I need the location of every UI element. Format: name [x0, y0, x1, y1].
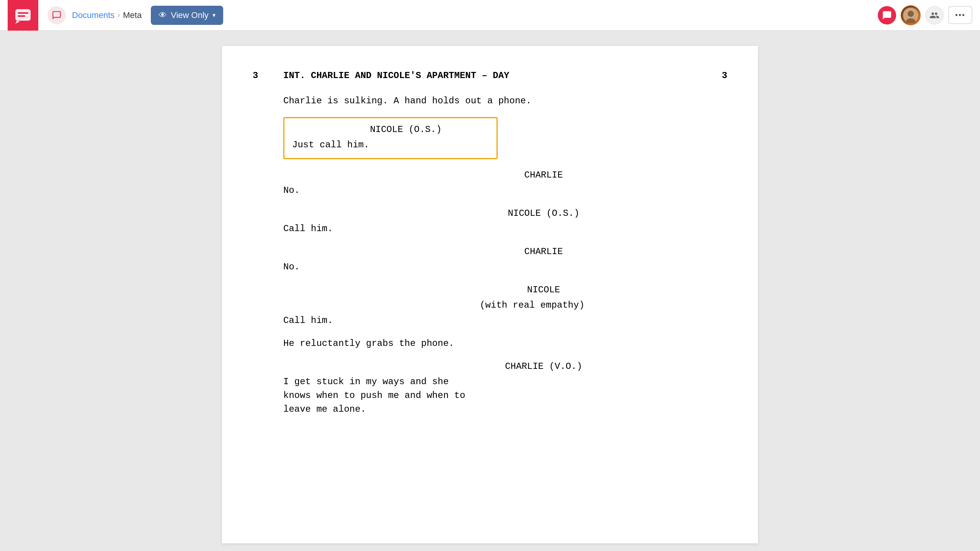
action-text-2: He reluctantly grabs the phone.	[283, 338, 454, 349]
breadcrumb-chevron-icon: ›	[118, 11, 120, 19]
scene-number-right: 3	[704, 69, 727, 83]
breadcrumb: Documents › Meta	[72, 10, 142, 20]
dialogue-block-charlie-2: CHARLIE No.	[253, 245, 727, 274]
script-content: 3 INT. CHARLIE AND NICOLE'S APARTMENT – …	[253, 69, 727, 416]
people-icon-button[interactable]	[925, 6, 944, 24]
character-name-charlie-1: CHARLIE	[283, 168, 727, 182]
svg-point-4	[908, 11, 914, 17]
dialogue-block-charlie-vo: CHARLIE (V.O.) I get stuck in my ways an…	[253, 360, 727, 416]
parenthetical-nicole-3: (with real empathy)	[283, 298, 727, 312]
chat-avatar-icon	[882, 10, 892, 20]
character-name-nicole-2: NICOLE (O.S.)	[283, 207, 727, 220]
breadcrumb-documents-link[interactable]: Documents	[72, 10, 114, 20]
dialogue-text-charlie-1: No.	[283, 184, 727, 197]
dialogue-block-charlie-1: CHARLIE No.	[253, 168, 727, 197]
action-text-1: Charlie is sulking. A hand holds out a p…	[283, 96, 531, 106]
current-user-chat-icon[interactable]	[878, 6, 896, 24]
chat-bubble-nav-icon[interactable]	[47, 6, 66, 24]
action-line-2: He reluctantly grabs the phone.	[253, 337, 727, 350]
eye-icon: 👁	[158, 10, 167, 20]
logo-box	[8, 0, 38, 31]
svg-rect-1	[18, 12, 28, 14]
nav-right-section: •••	[878, 5, 972, 25]
scene-number-left: 3	[253, 69, 276, 83]
dialogue-text-nicole-2: Call him.	[283, 222, 727, 236]
chevron-down-icon: ▾	[212, 11, 216, 19]
dialogue-block-nicole-2: NICOLE (O.S.) Call him.	[253, 207, 727, 236]
logo-icon	[14, 6, 32, 24]
scene-heading-text: INT. CHARLIE AND NICOLE'S APARTMENT – DA…	[276, 69, 704, 83]
breadcrumb-current-page: Meta	[123, 10, 142, 20]
svg-rect-2	[18, 15, 25, 17]
character-name-nicole-3: NICOLE	[283, 283, 727, 297]
svg-rect-0	[15, 9, 31, 21]
document-wrapper: 3 INT. CHARLIE AND NICOLE'S APARTMENT – …	[31, 31, 949, 551]
dialogue-block-nicole-3: NICOLE (with real empathy) Call him.	[253, 283, 727, 328]
highlighted-dialogue-block: NICOLE (O.S.) Just call him.	[283, 117, 498, 159]
dialogue-text-charlie-vo: I get stuck in my ways and sheknows when…	[283, 375, 727, 416]
dialogue-text-charlie-2: No.	[283, 260, 727, 274]
view-only-label: View Only	[171, 10, 209, 20]
user-photo-icon	[903, 8, 918, 23]
navbar: Documents › Meta 👁 View Only ▾	[0, 0, 980, 31]
main-content: 3 INT. CHARLIE AND NICOLE'S APARTMENT – …	[0, 31, 980, 551]
people-icon	[929, 10, 939, 20]
dialogue-text-nicole-1: Just call him.	[292, 138, 489, 152]
user-avatar[interactable]	[901, 5, 921, 25]
character-name-charlie-vo: CHARLIE (V.O.)	[283, 360, 727, 373]
dialogue-text-nicole-3: Call him.	[283, 314, 727, 328]
view-only-button[interactable]: 👁 View Only ▾	[151, 6, 223, 25]
comment-icon	[52, 10, 62, 20]
action-line-1: Charlie is sulking. A hand holds out a p…	[253, 94, 727, 108]
more-options-button[interactable]: •••	[948, 6, 972, 24]
character-name-nicole-1: NICOLE (O.S.)	[292, 123, 489, 137]
scene-heading-row: 3 INT. CHARLIE AND NICOLE'S APARTMENT – …	[253, 69, 727, 83]
character-name-charlie-2: CHARLIE	[283, 245, 727, 259]
document-page: 3 INT. CHARLIE AND NICOLE'S APARTMENT – …	[222, 46, 758, 543]
left-sidebar	[0, 31, 31, 551]
right-sidebar	[949, 31, 980, 551]
